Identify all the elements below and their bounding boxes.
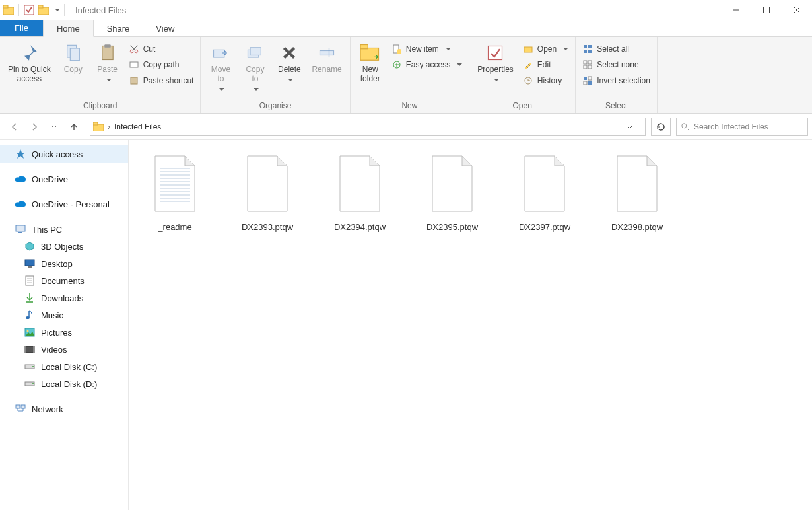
label: OneDrive - Personal [32, 200, 110, 209]
select-all-button[interactable]: Select all [580, 42, 653, 55]
invert-selection-button[interactable]: Invert selection [580, 74, 653, 87]
nav-this-pc[interactable]: This PC [0, 221, 128, 238]
svg-rect-39 [588, 65, 592, 69]
forward-button[interactable] [26, 119, 42, 135]
tab-view[interactable]: View [143, 20, 187, 36]
nav-videos[interactable]: Videos [0, 341, 128, 358]
svg-rect-17 [130, 62, 138, 67]
body: Quick access OneDrive OneDrive - Persona… [0, 140, 812, 510]
ribbon-group-open: Properties Open Edit History Open [469, 37, 576, 113]
nav-music[interactable]: Music [0, 307, 128, 324]
svg-rect-10 [70, 48, 79, 61]
properties-icon [485, 42, 506, 63]
new-item-icon [391, 44, 402, 54]
file-name: DX2398.ptqw [611, 222, 663, 232]
close-button[interactable] [782, 0, 812, 20]
pictures-icon [24, 326, 36, 338]
label: Select all [597, 44, 629, 54]
label: Music [41, 310, 63, 320]
delete-button[interactable]: Delete [273, 40, 305, 87]
file-item[interactable]: DX2394.ptqw [327, 151, 393, 232]
file-item[interactable]: DX2398.ptqw [604, 151, 670, 232]
file-list[interactable]: _readmeDX2393.ptqwDX2394.ptqwDX2395.ptqw… [129, 140, 812, 510]
properties-button[interactable]: Properties [473, 40, 518, 87]
cut-button[interactable]: Cut [126, 42, 197, 55]
paste-shortcut-button[interactable]: Paste shortcut [126, 74, 197, 87]
address-dropdown[interactable] [626, 124, 642, 130]
file-item[interactable]: DX2397.ptqw [512, 151, 578, 232]
onedrive-icon [15, 173, 26, 185]
history-button[interactable]: History [520, 74, 571, 87]
window-title: Infected Files [75, 5, 126, 15]
ribbon-group-select: Select all Select none Invert selection … [576, 37, 658, 113]
label: Move to [211, 65, 230, 83]
qat-dropdown-icon[interactable] [52, 4, 60, 16]
tab-home[interactable]: Home [43, 20, 94, 37]
new-folder-button[interactable]: New folder [355, 40, 386, 86]
nav-disk-d[interactable]: Local Disk (D:) [0, 375, 128, 392]
edit-button[interactable]: Edit [520, 58, 571, 71]
rename-button[interactable]: Rename [308, 40, 345, 77]
tab-share[interactable]: Share [94, 20, 143, 36]
open-icon [523, 44, 533, 54]
move-to-button[interactable]: Move to [205, 40, 236, 96]
copy-button[interactable]: Copy [57, 40, 89, 77]
breadcrumb-current[interactable]: Infected Files [114, 122, 161, 131]
nav-network[interactable]: Network [0, 400, 128, 418]
nav-3d-objects[interactable]: 3D Objects [0, 238, 128, 255]
new-item-button[interactable]: New item [389, 42, 465, 55]
nav-onedrive[interactable]: OneDrive [0, 170, 128, 188]
nav-pictures[interactable]: Pictures [0, 324, 128, 341]
nav-documents[interactable]: Documents [0, 272, 128, 289]
file-item[interactable]: _readme [142, 151, 208, 232]
copy-path-button[interactable]: Copy path [126, 58, 197, 71]
paste-button[interactable]: Paste [92, 40, 123, 87]
tab-file[interactable]: File [0, 20, 43, 36]
easy-access-button[interactable]: Easy access [389, 58, 465, 71]
nav-desktop[interactable]: Desktop [0, 255, 128, 272]
label: Quick access [32, 149, 83, 159]
recent-locations-button[interactable] [46, 119, 62, 135]
file-item[interactable]: DX2395.ptqw [419, 151, 485, 232]
quick-access-toolbar [0, 4, 69, 16]
svg-rect-35 [588, 50, 592, 53]
label: Pictures [41, 328, 72, 338]
pin-to-quick-access-button[interactable]: Pin to Quick access [4, 40, 55, 86]
label: Copy path [143, 60, 180, 69]
refresh-button[interactable] [651, 118, 671, 136]
svg-rect-52 [28, 266, 32, 268]
label: Copy [64, 65, 83, 74]
blank-file-icon [611, 151, 663, 217]
label: This PC [32, 225, 62, 235]
minimize-button[interactable] [721, 0, 751, 20]
blank-file-icon [426, 151, 479, 217]
select-none-button[interactable]: Select none [580, 58, 653, 71]
nav-disk-c[interactable]: Local Disk (C:) [0, 358, 128, 375]
file-item[interactable]: DX2393.ptqw [234, 151, 300, 232]
svg-rect-61 [25, 346, 34, 353]
chevron-down-icon [251, 85, 259, 94]
up-button[interactable] [66, 119, 82, 135]
svg-rect-43 [588, 81, 592, 85]
search-placeholder: Search Infected Files [694, 122, 768, 131]
desktop-icon [24, 258, 36, 270]
nav-onedrive-personal[interactable]: OneDrive - Personal [0, 196, 128, 213]
search-input[interactable]: Search Infected Files [676, 118, 808, 136]
back-button[interactable] [7, 119, 22, 135]
nav-downloads[interactable]: Downloads [0, 289, 128, 307]
ribbon-group-new: New folder New item Easy access New [351, 37, 469, 113]
address-bar[interactable]: › Infected Files [90, 118, 646, 136]
copy-to-button[interactable]: Copy to [239, 40, 271, 96]
address-row: › Infected Files Search Infected Files [0, 114, 812, 140]
label: Delete [278, 65, 301, 74]
chevron-right-icon[interactable]: › [108, 122, 110, 131]
nav-quick-access[interactable]: Quick access [0, 145, 128, 163]
folder-qat-icon[interactable] [38, 4, 50, 16]
svg-rect-0 [3, 7, 14, 15]
svg-rect-12 [104, 44, 110, 48]
properties-qat-icon[interactable] [23, 4, 35, 16]
open-button[interactable]: Open [520, 42, 571, 55]
maximize-button[interactable] [751, 0, 782, 20]
svg-rect-51 [25, 260, 34, 266]
pin-icon [18, 42, 40, 63]
